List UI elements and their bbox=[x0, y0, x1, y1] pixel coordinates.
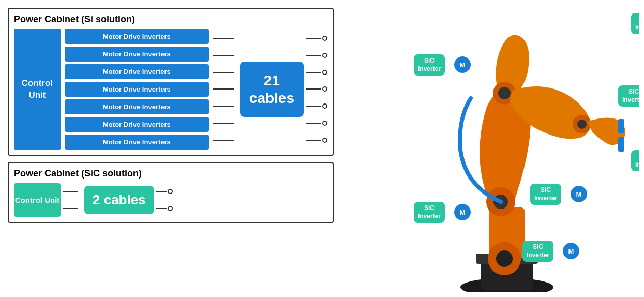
cable-line-r bbox=[306, 138, 327, 143]
m-badge-7: M bbox=[563, 243, 579, 259]
m-badge-2: M bbox=[454, 56, 471, 73]
sic-inverter-3: SiCInverter bbox=[618, 85, 639, 107]
power-cabinet-si: Power Cabinet (Si solution) Control Unit… bbox=[8, 8, 334, 156]
sic-cable-lines-left bbox=[63, 183, 78, 217]
svg-point-5 bbox=[498, 87, 511, 99]
right-panel: SiCInverter M SiCInverter M SiCInverter … bbox=[336, 5, 639, 292]
sic-control-unit: Control Unit bbox=[14, 183, 61, 217]
cable-line-r bbox=[306, 103, 327, 109]
motor-drive-6: Motor Drive Inverters bbox=[65, 117, 209, 132]
left-panel: Power Cabinet (Si solution) Control Unit… bbox=[5, 5, 336, 292]
motor-drive-5: Motor Drive Inverters bbox=[65, 99, 209, 114]
cable-line-r bbox=[306, 121, 327, 126]
cable-line-r bbox=[306, 86, 327, 92]
motor-drive-7: Motor Drive Inverters bbox=[65, 135, 209, 150]
sic-cable-lines-right bbox=[156, 183, 173, 217]
svg-rect-8 bbox=[618, 119, 624, 133]
sic-inverter-5: SiCInverter bbox=[414, 202, 445, 223]
main-container: Power Cabinet (Si solution) Control Unit… bbox=[0, 0, 644, 297]
motor-drive-4: Motor Drive Inverters bbox=[65, 82, 209, 97]
cable-line bbox=[213, 55, 234, 56]
cable-line bbox=[213, 123, 234, 124]
sic-cable-line bbox=[63, 191, 78, 192]
cables-count-si: 21cables bbox=[240, 62, 304, 117]
cable-lines-right bbox=[306, 30, 327, 149]
cable-line bbox=[213, 88, 234, 90]
svg-point-7 bbox=[577, 120, 587, 129]
cable-line bbox=[213, 38, 234, 39]
cable-line bbox=[213, 72, 234, 73]
sic-cabinet-title: Power Cabinet (SiC solution) bbox=[14, 168, 327, 179]
sic-inverter-7: SiCInverter bbox=[522, 241, 553, 262]
si-cabinet-title: Power Cabinet (Si solution) bbox=[14, 14, 327, 25]
sic-inverter-2: SiCInverter bbox=[414, 54, 445, 76]
svg-point-13 bbox=[496, 250, 513, 267]
sic-inverter-4: SiCInverter bbox=[631, 150, 639, 171]
sic-inverter-6: SiCInverter bbox=[530, 184, 561, 205]
cable-line-r bbox=[306, 36, 327, 41]
sic-cable-line-r bbox=[156, 206, 173, 211]
m-badge-5: M bbox=[454, 204, 471, 220]
cable-line-r bbox=[306, 53, 327, 58]
motor-drive-3: Motor Drive Inverters bbox=[65, 64, 209, 79]
power-cabinet-sic: Power Cabinet (SiC solution) Control Uni… bbox=[8, 162, 334, 223]
cable-line bbox=[213, 140, 234, 141]
cable-line-r bbox=[306, 70, 327, 75]
sic-cable-line bbox=[63, 208, 78, 209]
sic-inverter-1: SiCInverter bbox=[631, 13, 639, 34]
inverters-list: Motor Drive Inverters Motor Drive Invert… bbox=[65, 29, 209, 150]
cable-lines-left bbox=[213, 30, 234, 149]
si-cabinet-inner: Control Unit Motor Drive Inverters Motor… bbox=[14, 29, 327, 150]
sic-cabinet-inner: Control Unit 2 cables bbox=[14, 183, 327, 217]
motor-drive-2: Motor Drive Inverters bbox=[65, 47, 209, 62]
cables-count-sic: 2 cables bbox=[84, 186, 154, 214]
robot-illustration bbox=[367, 5, 639, 292]
motor-drive-1: Motor Drive Inverters bbox=[65, 29, 209, 44]
sic-cable-line-r bbox=[156, 189, 173, 194]
svg-rect-9 bbox=[618, 137, 624, 152]
m-badge-6: M bbox=[571, 186, 587, 202]
cable-line bbox=[213, 106, 234, 107]
si-control-unit: Control Unit bbox=[14, 29, 61, 150]
cables-section-si: 21cables bbox=[213, 29, 327, 150]
